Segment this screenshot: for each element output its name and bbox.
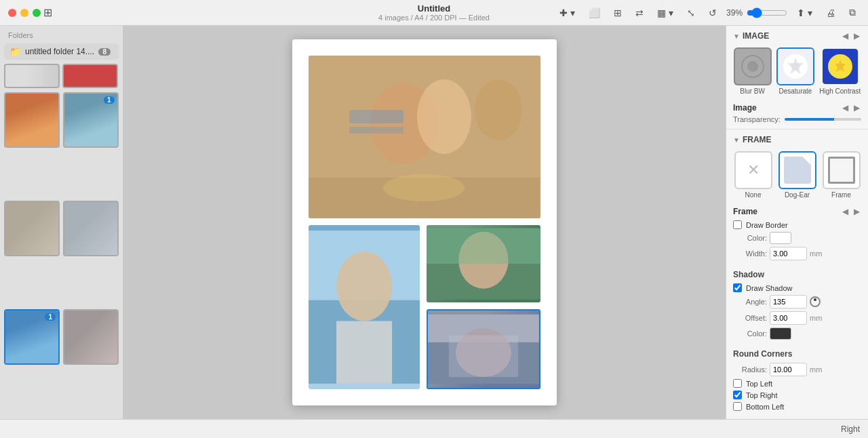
photo-main[interactable]: [309, 56, 540, 218]
top-left-checkbox[interactable]: [733, 379, 742, 388]
draw-shadow-checkbox[interactable]: [733, 283, 742, 292]
image-action-prev[interactable]: ◀: [841, 103, 850, 113]
traffic-lights[interactable]: [8, 9, 41, 17]
preset-desaturate[interactable]: Desaturate: [776, 47, 814, 95]
image-section: ▼ IMAGE ◀ ▶ Blur BW: [726, 26, 868, 130]
bottom-left-checkbox[interactable]: [733, 402, 742, 411]
crop-button[interactable]: ⤡: [683, 6, 699, 20]
bottom-left-row: Bottom Left: [733, 402, 861, 411]
image-section-header[interactable]: ▼ IMAGE ◀ ▶: [726, 26, 868, 45]
border-color-swatch[interactable]: [770, 232, 791, 244]
svg-rect-4: [349, 127, 403, 134]
thumbnail-1[interactable]: [4, 92, 60, 148]
titlebar: ⊞ Untitled 4 images / A4 / 200 DPI — Edi…: [0, 0, 868, 26]
auto-fill-button[interactable]: ⊞: [610, 6, 626, 20]
round-corners-title: Round Corners: [733, 349, 861, 359]
titlebar-info: Untitled 4 images / A4 / 200 DPI — Edite…: [378, 3, 490, 22]
preset-desaturate-swatch: [776, 47, 814, 85]
svg-rect-14: [427, 228, 540, 264]
frame-presets: ✕ None Dog-Ear Frame: [726, 148, 868, 204]
frame-next[interactable]: ▶: [852, 207, 861, 216]
layout-button[interactable]: ▦ ▾: [653, 6, 677, 20]
panel-icons-image: ◀ ▶: [841, 31, 861, 41]
canvas-area[interactable]: [123, 26, 726, 419]
thumbnail-6[interactable]: [63, 309, 119, 365]
image-next-btn[interactable]: ▶: [852, 31, 861, 41]
transparency-bar[interactable]: [785, 118, 861, 121]
shadow-subsection: Shadow Draw Shadow Angle: Offset: mm: [726, 267, 868, 346]
preset-high-contrast[interactable]: High Contrast: [819, 47, 861, 95]
border-color-row: Color:: [733, 232, 861, 244]
thumbnail-grid: 1 1: [0, 88, 123, 419]
draw-shadow-label[interactable]: Draw Shadow: [746, 284, 792, 292]
draw-border-checkbox[interactable]: [733, 220, 742, 229]
thumbnail-3[interactable]: [4, 201, 60, 256]
zoom-slider[interactable]: [747, 7, 787, 18]
print-button[interactable]: 🖨: [822, 6, 840, 20]
bottom-left-label[interactable]: Bottom Left: [746, 403, 784, 411]
export-button[interactable]: ⬆ ▾: [793, 6, 816, 20]
top-right-row: Top Right: [733, 391, 861, 399]
frame-none-label: None: [745, 191, 762, 199]
draw-border-label[interactable]: Draw Border: [746, 221, 788, 229]
thumbnail-5[interactable]: 1: [4, 309, 60, 365]
photo-right-top[interactable]: [427, 225, 540, 302]
border-width-input[interactable]: [770, 247, 807, 260]
top-left-label[interactable]: Top Left: [746, 380, 772, 388]
frame-none-swatch: ✕: [734, 151, 772, 189]
shadow-offset-unit: mm: [810, 314, 822, 322]
add-button[interactable]: ✚ ▾: [555, 6, 579, 20]
view-toggle-button[interactable]: ⧉: [845, 5, 860, 20]
rotate-button[interactable]: ↺: [705, 6, 721, 20]
frame-frame-item[interactable]: Frame: [823, 151, 861, 199]
frame-prev[interactable]: ◀: [841, 207, 850, 216]
shadow-offset-input[interactable]: [770, 311, 807, 325]
minimize-button[interactable]: [20, 9, 28, 17]
shuffle-button[interactable]: ⇄: [631, 6, 648, 20]
shadow-color-swatch[interactable]: [770, 327, 791, 340]
maximize-button[interactable]: [33, 9, 41, 17]
close-button[interactable]: [8, 9, 16, 17]
transparency-row: Transparency:: [726, 114, 868, 129]
folder-count: 8: [98, 48, 111, 56]
top-right-label[interactable]: Top Right: [746, 391, 777, 399]
svg-rect-11: [336, 321, 392, 384]
frame-dog-ear-item[interactable]: Dog-Ear: [778, 151, 816, 199]
shadow-color-label: Color:: [734, 330, 767, 338]
frame-dog-ear-swatch: [778, 151, 816, 189]
svg-point-5: [475, 79, 522, 140]
shadow-offset-label: Offset:: [734, 314, 767, 322]
frame-dog-ear-label: Dog-Ear: [785, 191, 810, 199]
frame-section: ▼ FRAME ✕ None Dog-Ear: [726, 130, 868, 419]
preset-blur-bw[interactable]: Blur BW: [734, 47, 772, 95]
thumbnail-4[interactable]: [63, 201, 119, 256]
thumbnail-2[interactable]: 1: [63, 92, 119, 148]
sidebar-toggle-button[interactable]: ⊞: [41, 5, 55, 20]
image-action-next[interactable]: ▶: [852, 103, 861, 113]
thumbnail-strip-1[interactable]: [4, 64, 60, 88]
folders-header: Folders: [0, 26, 123, 42]
radius-input[interactable]: [770, 363, 807, 376]
frame-section-header[interactable]: ▼ FRAME: [726, 130, 868, 148]
svg-rect-3: [349, 110, 403, 123]
photo-left[interactable]: [309, 225, 420, 389]
transparency-label: Transparency:: [733, 115, 781, 123]
photo-left-visual: [309, 225, 420, 389]
thumbnail-strip-2[interactable]: [62, 64, 118, 88]
image-sub-header: Image ◀ ▶: [726, 100, 868, 114]
panel-icons-image2: ◀ ▶: [841, 103, 861, 113]
image-prev-btn[interactable]: ◀: [841, 31, 850, 41]
shadow-angle-input[interactable]: [770, 295, 807, 308]
frame-none-item[interactable]: ✕ None: [734, 151, 772, 199]
frame-frame-label: Frame: [831, 191, 851, 199]
panel-icons-frame: ◀ ▶: [841, 207, 861, 216]
canvas-button[interactable]: ⬜: [585, 6, 604, 20]
svg-point-21: [747, 61, 758, 72]
right-panel: ▼ IMAGE ◀ ▶ Blur BW: [726, 26, 868, 419]
preset-blur-swatch: [734, 47, 772, 85]
photo-right-bot[interactable]: [427, 309, 540, 389]
frame-border-icon: [828, 157, 855, 184]
top-right-checkbox[interactable]: [733, 391, 742, 399]
folder-item[interactable]: 📁 untitled folder 14.... 8: [4, 43, 119, 60]
frame-dog-ear-icon: [784, 157, 811, 184]
